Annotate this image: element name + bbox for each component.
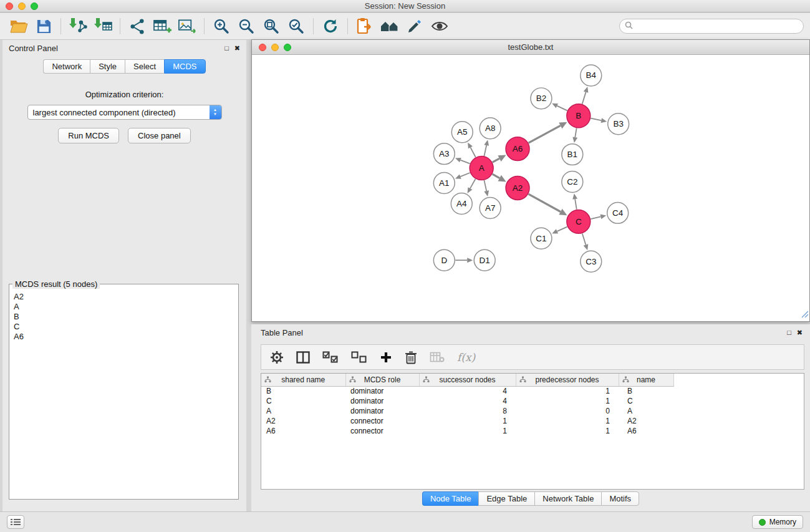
task-history-icon[interactable] bbox=[7, 515, 24, 529]
criterion-dropdown[interactable]: largest connected component (directed) ▲… bbox=[27, 105, 222, 120]
mcds-result-item[interactable]: A2 bbox=[10, 292, 238, 302]
graph-edge-C-C1[interactable] bbox=[557, 227, 567, 231]
clipboard-export-icon[interactable] bbox=[352, 15, 377, 37]
sort-icon[interactable] bbox=[423, 376, 430, 385]
graph-edge-A-A8[interactable] bbox=[484, 145, 486, 156]
show-columns-icon[interactable] bbox=[296, 351, 310, 364]
memory-button[interactable]: Memory bbox=[752, 515, 803, 529]
eye-icon[interactable] bbox=[427, 15, 452, 37]
sort-icon[interactable] bbox=[622, 376, 629, 385]
search-input[interactable] bbox=[636, 22, 798, 31]
graph-node-C2[interactable]: C2 bbox=[562, 172, 583, 193]
export-image-icon[interactable] bbox=[175, 15, 200, 37]
graph-node-C4[interactable]: C4 bbox=[607, 202, 629, 223]
search-box[interactable] bbox=[619, 19, 804, 34]
tab-node-table[interactable]: Node Table bbox=[422, 491, 479, 506]
mcds-result-item[interactable]: C bbox=[10, 322, 238, 332]
zoom-out-icon[interactable] bbox=[234, 15, 259, 37]
tab-motifs[interactable]: Motifs bbox=[601, 491, 639, 506]
graph-node-B1[interactable]: B1 bbox=[562, 144, 583, 165]
add-column-icon[interactable] bbox=[380, 351, 392, 364]
network-window-titlebar[interactable]: testGlobe.txt bbox=[252, 40, 809, 55]
mcds-result-list[interactable]: A2ABCA6 bbox=[10, 290, 238, 498]
function-builder-icon[interactable]: f(x) bbox=[457, 351, 475, 364]
tab-network-table[interactable]: Network Table bbox=[534, 491, 601, 506]
network-close-button[interactable] bbox=[259, 44, 266, 51]
graph-edge-A-A7[interactable] bbox=[484, 180, 486, 191]
graph-edge-B-B3[interactable] bbox=[591, 118, 601, 120]
sort-icon[interactable] bbox=[264, 376, 271, 385]
minimize-window-button[interactable] bbox=[18, 2, 26, 10]
tab-select[interactable]: Select bbox=[125, 59, 164, 74]
select-all-icon[interactable] bbox=[322, 351, 339, 364]
mcds-result-item[interactable]: A6 bbox=[10, 332, 238, 342]
delete-table-icon-disabled[interactable] bbox=[430, 352, 445, 363]
graph-node-B4[interactable]: B4 bbox=[581, 65, 602, 86]
node-table-row[interactable]: A6connector11A6 bbox=[261, 426, 673, 436]
node-table-row[interactable]: A2connector11A2 bbox=[261, 416, 673, 426]
column-header-MCDS-role[interactable]: MCDS role bbox=[345, 374, 419, 386]
import-network-file-icon[interactable] bbox=[65, 15, 90, 37]
column-header-predecessor-nodes[interactable]: predecessor nodes bbox=[516, 374, 619, 386]
float-panel-icon[interactable]: □ bbox=[224, 45, 229, 52]
zoom-fit-icon[interactable] bbox=[259, 15, 284, 37]
graph-edge-B-B1[interactable] bbox=[575, 128, 576, 137]
graph-node-B3[interactable]: B3 bbox=[608, 114, 629, 135]
graph-node-B[interactable]: B bbox=[567, 104, 591, 128]
save-session-icon[interactable] bbox=[31, 15, 56, 37]
graph-node-A1[interactable]: A1 bbox=[433, 173, 455, 194]
float-table-panel-icon[interactable]: □ bbox=[787, 329, 791, 336]
graph-edge-A-A6[interactable] bbox=[493, 158, 499, 162]
resize-handle-icon[interactable] bbox=[801, 309, 809, 321]
graph-edge-C-C2[interactable] bbox=[575, 199, 577, 210]
houses-icon[interactable] bbox=[377, 15, 402, 37]
tab-network[interactable]: Network bbox=[43, 59, 90, 74]
graph-edge-A-A2[interactable] bbox=[493, 174, 500, 178]
column-header-shared-name[interactable]: shared name bbox=[261, 374, 345, 386]
zoom-window-button[interactable] bbox=[31, 2, 38, 10]
graph-node-A[interactable]: A bbox=[470, 157, 493, 180]
graph-edge-C-C3[interactable] bbox=[582, 233, 586, 244]
column-header-successor-nodes[interactable]: successor nodes bbox=[419, 374, 516, 386]
graph-edge-A-A5[interactable] bbox=[470, 147, 475, 157]
close-panel-button[interactable]: Close panel bbox=[128, 128, 191, 143]
graph-node-C1[interactable]: C1 bbox=[531, 228, 552, 249]
deselect-all-icon[interactable] bbox=[351, 351, 367, 364]
graph-edge-B-B2[interactable] bbox=[557, 106, 567, 111]
graph-edge-A-A3[interactable] bbox=[460, 160, 470, 164]
network-zoom-button[interactable] bbox=[284, 44, 291, 51]
tab-edge-table[interactable]: Edge Table bbox=[478, 491, 534, 506]
graph-node-D1[interactable]: D1 bbox=[474, 249, 495, 271]
sort-icon[interactable] bbox=[519, 376, 526, 385]
mcds-result-item[interactable]: B bbox=[10, 312, 238, 322]
graph-node-A4[interactable]: A4 bbox=[451, 193, 472, 214]
table-settings-gear-icon[interactable] bbox=[270, 351, 284, 364]
graph-node-A3[interactable]: A3 bbox=[433, 143, 455, 165]
graph-edge-B-B4[interactable] bbox=[582, 92, 586, 104]
graph-edge-A-A4[interactable] bbox=[470, 179, 475, 188]
apply-layout-icon[interactable] bbox=[318, 15, 343, 37]
graph-node-A6[interactable]: A6 bbox=[506, 137, 529, 161]
close-table-panel-icon[interactable]: ✖ bbox=[797, 329, 803, 336]
graph-node-D[interactable]: D bbox=[433, 249, 455, 271]
import-table-file-icon[interactable] bbox=[90, 15, 115, 37]
graph-edge-A6-B[interactable] bbox=[529, 125, 561, 143]
run-mcds-button[interactable]: Run MCDS bbox=[58, 128, 119, 143]
graph-edge-A-A1[interactable] bbox=[460, 173, 470, 177]
sort-icon[interactable] bbox=[349, 376, 356, 385]
pen-icon[interactable] bbox=[402, 15, 427, 37]
graph-node-C3[interactable]: C3 bbox=[581, 251, 602, 272]
node-table-row[interactable]: Bdominator41B bbox=[261, 386, 673, 396]
graph-node-C[interactable]: C bbox=[567, 210, 591, 233]
tab-style[interactable]: Style bbox=[90, 59, 125, 74]
graph-node-B2[interactable]: B2 bbox=[531, 88, 552, 109]
network-minimize-button[interactable] bbox=[271, 44, 279, 51]
new-table-icon[interactable] bbox=[150, 15, 175, 37]
new-network-icon[interactable] bbox=[125, 15, 150, 37]
network-canvas[interactable]: B4B2BB3A5A8A6B1A3AC2A1A2A4A7C4CC1C3DD1 bbox=[252, 55, 809, 321]
zoom-in-icon[interactable] bbox=[209, 15, 234, 37]
tab-mcds[interactable]: MCDS bbox=[164, 59, 205, 74]
delete-column-trash-icon[interactable] bbox=[405, 351, 417, 364]
node-table-row[interactable]: Cdominator41C bbox=[261, 396, 673, 406]
open-session-icon[interactable] bbox=[6, 15, 31, 37]
